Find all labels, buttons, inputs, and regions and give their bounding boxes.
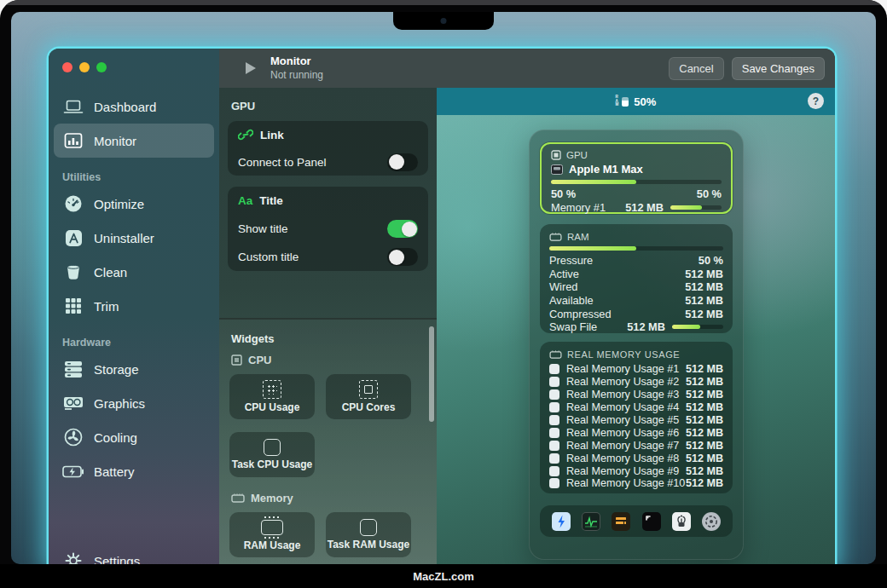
real-memory-row: Real Memory Usage #5512 MB (549, 414, 723, 427)
device-app-icon[interactable] (672, 512, 691, 531)
titlebar-buttons: Cancel Save Changes (669, 57, 825, 80)
save-changes-button[interactable]: Save Changes (732, 57, 825, 80)
sidebar: Dashboard Monitor Utilities Optimize (49, 49, 220, 564)
widget-card-task-ram-usage[interactable]: Task RAM Usage (326, 512, 411, 557)
fan-app-icon[interactable] (702, 512, 721, 531)
text-format-icon: Aa (238, 194, 252, 207)
camera-notch (393, 12, 494, 30)
play-icon[interactable] (246, 62, 256, 74)
zoom-window-button[interactable] (96, 62, 107, 72)
widget-card-row: RAM Usage Task RAM Usage (229, 512, 426, 557)
sidebar-item-label: Dashboard (94, 100, 156, 114)
close-window-button[interactable] (62, 62, 72, 72)
sidebar-item-label: Clean (94, 265, 127, 280)
real-memory-row: Real Memory Usage #6512 MB (549, 426, 723, 439)
widgets-section: Widgets CPU CPU Usage CPU Cores (219, 318, 437, 564)
sidebar-bottom: Settings (54, 544, 214, 564)
gpu-memory-row: Memory #1 512 MB (551, 201, 722, 215)
ram-row: Compressed 512 MB (549, 307, 723, 320)
real-memory-row: Real Memory Usage #4512 MB (549, 401, 723, 414)
sidebar-item-graphics[interactable]: Graphics (54, 386, 214, 420)
sidebar-item-label: Settings (94, 554, 140, 565)
app-tile-icon (549, 441, 559, 451)
memory-chip-icon (549, 233, 562, 242)
link-card-header: Link (228, 121, 428, 148)
app-tile-icon (549, 415, 559, 425)
widget-card-cpu-usage[interactable]: CPU Usage (229, 374, 315, 419)
sidebar-nav: Dashboard Monitor Utilities Optimize (54, 89, 214, 488)
fan-icon (62, 428, 84, 447)
monitor-panel-preview: GPU Apple M1 Max 50 % 50 % (529, 130, 744, 560)
help-button[interactable]: ? (808, 93, 824, 109)
memory-chip-icon (549, 350, 562, 360)
sidebar-item-settings[interactable]: Settings (54, 544, 214, 564)
real-memory-row: Real Memory Usage #9512 MB (549, 464, 723, 477)
speedometer-icon (62, 194, 84, 213)
app-tile-icon (549, 389, 559, 400)
sidebar-item-trim[interactable]: Trim (54, 289, 214, 323)
show-title-toggle[interactable] (387, 220, 418, 238)
sidebar-item-storage[interactable]: Storage (54, 352, 214, 386)
app-tile-icon (549, 377, 559, 387)
custom-title-row: Custom title (228, 243, 428, 271)
titlebar: Monitor Not running Cancel Save Changes (219, 49, 835, 89)
gpu-usage-bar-fill (551, 180, 636, 184)
sidebar-item-clean[interactable]: Clean (54, 255, 214, 289)
gpu-usage-right: 50 % (697, 187, 722, 200)
lightning-app-icon[interactable] (552, 512, 571, 531)
sidebar-item-label: Optimize (94, 197, 144, 211)
settings-section-title: GPU (231, 100, 437, 112)
gpu-device-row: Apple M1 Max (551, 163, 722, 176)
sidebar-section-hardware: Hardware (54, 323, 214, 352)
real-memory-widget[interactable]: REAL MEMORY USAGE Real Memory Usage #151… (540, 342, 733, 493)
gpu-widget[interactable]: GPU Apple M1 Max 50 % 50 % (540, 142, 733, 214)
gpu-usage-left: 50 % (551, 187, 576, 200)
gpu-card-icon (62, 394, 84, 412)
sidebar-item-uninstaller[interactable]: Uninstaller (54, 221, 214, 255)
task-ram-usage-icon (360, 519, 377, 536)
cancel-button[interactable]: Cancel (669, 57, 723, 80)
title-card-header: Aa Title (228, 187, 428, 215)
grid-icon (62, 297, 84, 315)
connect-to-panel-toggle[interactable] (387, 153, 418, 171)
toggle-knob (389, 154, 404, 170)
sidebar-item-dashboard[interactable]: Dashboard (54, 89, 214, 124)
scrollbar[interactable] (429, 326, 434, 422)
sidebar-item-optimize[interactable]: Optimize (54, 187, 214, 221)
ram-pressure-bar-fill (549, 246, 636, 251)
app-window: Dashboard Monitor Utilities Optimize (49, 49, 835, 564)
titlebar-titles: Monitor Not running (270, 55, 323, 81)
sidebar-item-cooling[interactable]: Cooling (54, 420, 214, 454)
widget-card-ram-usage[interactable]: RAM Usage (229, 512, 315, 557)
terminal-stats-app-icon[interactable] (612, 512, 630, 531)
ram-swap-row: Swap File 512 MB (549, 320, 723, 334)
gpu-widget-header: GPU (551, 150, 722, 160)
sidebar-item-battery[interactable]: Battery (54, 454, 214, 488)
dock-widget[interactable] (540, 505, 733, 537)
sidebar-item-monitor[interactable]: Monitor (54, 124, 214, 158)
sidebar-item-label: Graphics (94, 396, 145, 411)
real-memory-row: Real Memory Usage #3512 MB (549, 389, 723, 401)
cpu-cores-icon (359, 380, 378, 399)
custom-title-toggle[interactable] (387, 248, 418, 266)
key-app-icon[interactable] (642, 512, 661, 531)
link-card-title: Link (260, 129, 284, 141)
ram-widget[interactable]: RAM Pressure 50 % Active 512 MB (540, 224, 733, 333)
ram-row: Wired 512 MB (549, 280, 723, 294)
widget-card-task-cpu-usage[interactable]: Task CPU Usage (229, 432, 315, 477)
cpu-usage-icon (263, 380, 281, 399)
bar-chart-icon (62, 131, 84, 150)
sidebar-item-label: Cooling (94, 430, 137, 445)
custom-title-label: Custom title (238, 251, 387, 263)
minimize-window-button[interactable] (79, 62, 90, 72)
server-stack-icon (62, 360, 84, 378)
ram-pressure-bar (549, 246, 723, 251)
widget-card-cpu-cores[interactable]: CPU Cores (326, 374, 411, 419)
gpu-memory-minibar (670, 205, 722, 210)
app-tile-icon (549, 364, 559, 374)
gear-icon (62, 551, 84, 564)
ram-level-bar (622, 97, 629, 107)
real-memory-row: Real Memory Usage #7512 MB (549, 439, 723, 452)
activity-app-icon[interactable] (582, 512, 600, 531)
memory-chip-icon (231, 493, 245, 504)
